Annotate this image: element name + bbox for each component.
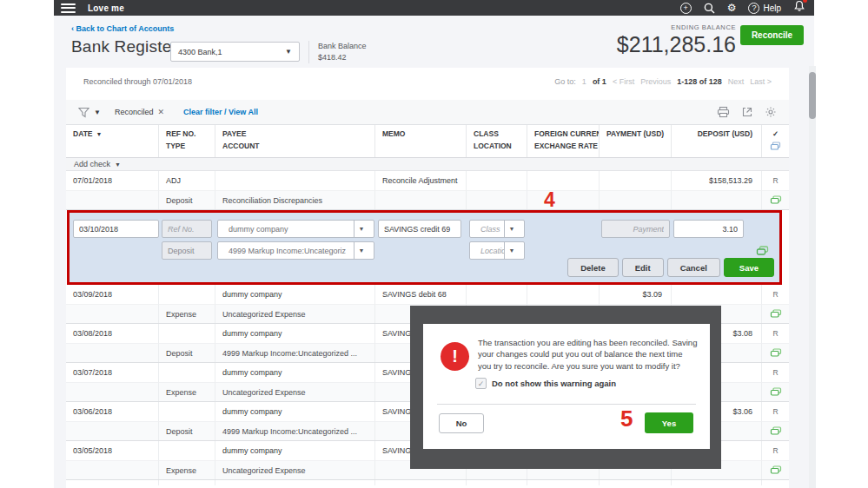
goto-of: of 1 <box>593 77 606 86</box>
col-header-payee: PAYEE <box>215 125 375 141</box>
help-label: Help <box>763 3 781 13</box>
table-header-row: DATE▼ REF NO. PAYEE MEMO CLASS FOREIGN C… <box>66 124 789 158</box>
print-icon[interactable] <box>717 106 730 118</box>
notifications-bell[interactable] <box>793 0 805 16</box>
ending-balance-value: $211,285.16 <box>617 32 736 57</box>
cell-reconcile-status: R <box>762 363 789 382</box>
goto-page-input[interactable]: 1 <box>582 77 586 86</box>
search-icon[interactable] <box>704 3 715 14</box>
settings-gear-icon[interactable]: ⚙ <box>727 3 737 13</box>
add-check-row[interactable]: Add check ▼ <box>66 158 789 171</box>
col-header-memo: MEMO <box>375 125 467 141</box>
account-selector-value: 4300 Bank,1 <box>178 48 222 56</box>
save-button[interactable]: Save <box>724 258 774 277</box>
modal-overlay: ! The transaction you are editing has be… <box>410 306 721 469</box>
vertical-scrollbar[interactable] <box>809 66 816 488</box>
clear-filter-link[interactable]: Clear filter / View All <box>183 108 258 116</box>
scrollbar-thumb[interactable] <box>809 72 816 119</box>
edit-deposit-input[interactable] <box>673 220 744 238</box>
yes-button[interactable]: Yes <box>645 412 693 433</box>
cell-payment <box>600 171 672 190</box>
delete-button[interactable]: Delete <box>567 258 619 277</box>
remove-filter-icon[interactable]: ✕ <box>157 108 164 116</box>
transaction-edit-row: dummy company▼ Class▼ 4999 Markup Income… <box>67 210 782 285</box>
edit-date-input[interactable] <box>73 220 159 238</box>
partial-row <box>66 480 789 485</box>
col-header-exchange-rate: EXCHANGE RATE <box>527 141 600 157</box>
first-page-link[interactable]: < First <box>613 77 634 86</box>
cell-account: 4999 Markup Income:Uncategorized ... <box>215 421 375 440</box>
cell-deposit: $158,513.29 <box>672 171 762 190</box>
bank-balance-value: $418.42 <box>318 52 367 63</box>
reconcile-warning-dialog: ! The transaction you are editing has be… <box>423 324 710 449</box>
cell-payee <box>215 171 375 190</box>
edit-refno-input[interactable] <box>162 220 212 238</box>
table-tools <box>717 106 777 118</box>
cell-account: Uncategorized Expense <box>215 460 375 479</box>
cell-date: 03/05/2018 <box>66 441 159 460</box>
chevron-down-icon: ▼ <box>115 162 121 168</box>
no-button[interactable]: No <box>439 413 484 433</box>
rows-top: 07/01/2018 ADJ Reconcile Adjustment $158… <box>66 171 789 210</box>
chevron-down-icon[interactable]: ▼ <box>354 242 368 259</box>
copy-transaction-icon[interactable] <box>762 421 789 440</box>
back-to-chart-link[interactable]: ‹ Back to Chart of Accounts <box>71 24 174 33</box>
copy-transaction-icon[interactable] <box>762 382 789 401</box>
copy-transaction-icon[interactable] <box>762 460 789 479</box>
ending-balance-block: ENDING BALANCE $211,285.16 <box>617 23 736 57</box>
cell-account: Uncategorized Expense <box>215 304 375 323</box>
filter-funnel-icon[interactable] <box>78 107 89 118</box>
filter-chip-label: Reconciled <box>115 108 154 116</box>
cell-reconcile-status: R <box>762 324 789 343</box>
do-not-show-checkbox[interactable]: ✓ <box>475 378 487 389</box>
table-row[interactable]: 07/01/2018 ADJ Reconcile Adjustment $158… <box>66 171 789 210</box>
page-title: Bank Register <box>71 37 177 56</box>
cell-type: Expense <box>159 304 215 323</box>
table-settings-gear-icon[interactable] <box>765 106 777 118</box>
copy-transaction-icon[interactable] <box>762 343 789 362</box>
reconciled-filter-chip[interactable]: Reconciled ✕ <box>115 108 164 116</box>
copy-transaction-icon[interactable] <box>762 304 789 323</box>
cell-date: 03/07/2018 <box>66 363 159 382</box>
previous-page-link[interactable]: Previous <box>640 77 671 86</box>
cell-memo: Reconcile Adjustment <box>375 171 467 190</box>
col-header-date[interactable]: DATE▼ <box>66 125 159 141</box>
col-header-class: CLASS <box>467 125 527 141</box>
pagination: Go to: 1 of 1 < First Previous 1-128 of … <box>554 77 772 86</box>
cell-payee: dummy company <box>215 324 375 343</box>
account-selector-dropdown[interactable]: 4300 Bank,1 ▼ <box>170 42 300 62</box>
do-not-show-label: Do not show this warning again <box>492 379 616 388</box>
meta-row: Reconciled through 07/01/2018 Go to: 1 o… <box>66 68 789 100</box>
filter-chevron-icon[interactable]: ▼ <box>94 109 101 116</box>
cancel-button[interactable]: Cancel <box>667 258 720 277</box>
cell-ref <box>159 324 215 343</box>
chevron-down-icon[interactable]: ▼ <box>354 221 368 237</box>
bank-balance-block: Bank Balance $418.42 <box>308 41 367 63</box>
create-plus-icon[interactable]: + <box>680 3 692 14</box>
edit-button[interactable]: Edit <box>622 258 664 277</box>
next-page-link[interactable]: Next <box>728 77 745 86</box>
chevron-down-icon[interactable]: ▼ <box>504 242 519 259</box>
cell-deposit <box>672 285 762 304</box>
copy-transaction-icon[interactable] <box>762 190 789 209</box>
app-title: Love me <box>88 3 124 13</box>
edit-payee-dropdown[interactable]: dummy company▼ <box>217 220 374 238</box>
bank-balance-label: Bank Balance <box>318 41 367 52</box>
cell-ref <box>159 402 215 421</box>
hamburger-menu-icon[interactable] <box>61 3 76 13</box>
edit-class-dropdown[interactable]: Class▼ <box>469 220 525 238</box>
col-header-payment: PAYMENT (USD) <box>600 125 672 141</box>
help-menu[interactable]: ? Help <box>748 3 781 14</box>
chevron-down-icon[interactable]: ▼ <box>504 221 519 237</box>
edit-account-dropdown[interactable]: 4999 Markup Income:Uncategoriz▼ <box>217 241 374 260</box>
sort-chevron-icon: ▼ <box>96 131 103 137</box>
export-icon[interactable] <box>741 106 753 118</box>
edit-memo-input[interactable] <box>378 220 461 238</box>
filter-toolbar: ▼ Reconciled ✕ Clear filter / View All <box>66 100 789 124</box>
cell-type: Expense <box>159 460 215 479</box>
cell-reconcile-status: R <box>762 441 789 460</box>
edit-location-dropdown[interactable]: Location▼ <box>469 241 525 260</box>
edit-payment-input[interactable] <box>601 220 670 238</box>
last-page-link[interactable]: Last > <box>750 77 772 86</box>
reconcile-button[interactable]: Reconcile <box>740 25 804 45</box>
